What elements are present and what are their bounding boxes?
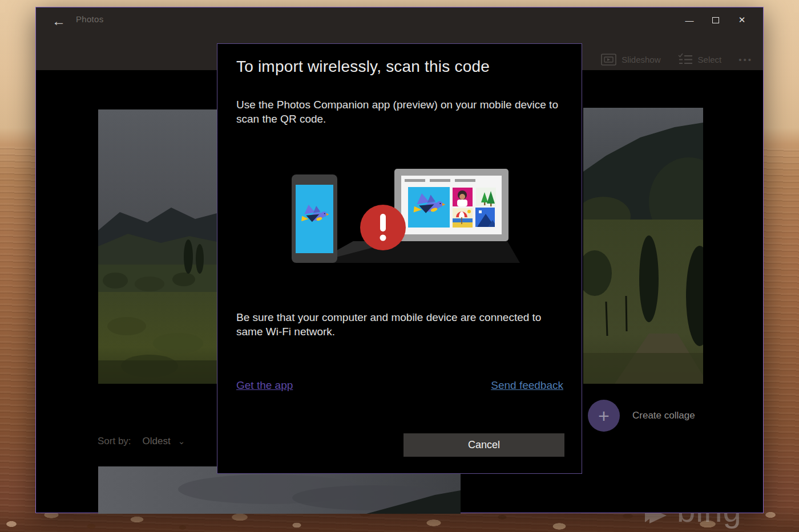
desktop: bing ← Photos — ✕ <box>0 0 799 532</box>
back-arrow-icon: ← <box>52 13 66 29</box>
plus-icon: + <box>598 406 610 425</box>
mountain-tile-icon <box>475 208 495 227</box>
get-the-app-link[interactable]: Get the app <box>236 379 293 392</box>
phone-laptop-error-illustration <box>280 164 531 272</box>
gallery-toolbar: Slideshow Select ••• <box>601 45 753 74</box>
cancel-button[interactable]: Cancel <box>403 433 564 457</box>
sort-by-label: Sort by: <box>98 436 131 447</box>
minimize-button[interactable]: — <box>676 7 703 33</box>
landscape-photo-right <box>583 108 703 384</box>
dialog-instructions: Use the Photos Companion app (preview) o… <box>236 98 566 126</box>
minimize-icon: — <box>685 15 694 25</box>
dialog-links-row: Get the app Send feedback <box>236 379 563 392</box>
create-collage-label: Create collage <box>632 410 695 421</box>
more-icon: ••• <box>739 55 753 64</box>
sort-row: Sort by: Oldest ⌄ <box>98 436 185 447</box>
portrait-tile-icon <box>453 188 473 206</box>
slideshow-label: Slideshow <box>622 55 660 64</box>
chevron-down-icon: ⌄ <box>178 436 185 446</box>
sort-dropdown[interactable]: Oldest ⌄ <box>143 436 185 447</box>
close-button[interactable]: ✕ <box>729 7 755 33</box>
laptop-icon <box>314 169 520 263</box>
gallery-photo-right[interactable] <box>583 108 703 384</box>
app-title: Photos <box>76 14 104 24</box>
see-more-button[interactable]: ••• <box>739 55 753 64</box>
dialog-title: To import wirelessly, scan this code <box>236 58 490 76</box>
dialog-wifi-note: Be sure that your computer and mobile de… <box>236 310 566 339</box>
plus-circle-icon: + <box>588 400 620 432</box>
send-feedback-link[interactable]: Send feedback <box>491 379 563 392</box>
select-label: Select <box>698 55 722 64</box>
error-icon <box>360 205 406 250</box>
select-icon <box>678 53 693 66</box>
back-button[interactable]: ← <box>46 11 71 31</box>
gallery-photo-left[interactable] <box>98 109 217 384</box>
landscape-photo-left <box>98 109 217 384</box>
sort-dropdown-value: Oldest <box>143 436 171 447</box>
create-collage-button[interactable]: + Create collage <box>588 400 695 432</box>
close-icon: ✕ <box>739 15 746 25</box>
beach-tile-icon <box>453 208 473 228</box>
slideshow-icon <box>601 54 616 66</box>
select-button[interactable]: Select <box>678 53 722 66</box>
wireless-import-dialog: To import wirelessly, scan this code Use… <box>217 43 582 474</box>
trees-tile-icon <box>476 188 496 206</box>
maximize-icon <box>712 17 719 23</box>
slideshow-button[interactable]: Slideshow <box>601 54 660 66</box>
devices-illustration <box>280 164 531 272</box>
maximize-button[interactable] <box>703 7 729 33</box>
phone-icon <box>292 174 337 263</box>
window-controls: — ✕ <box>676 7 755 33</box>
